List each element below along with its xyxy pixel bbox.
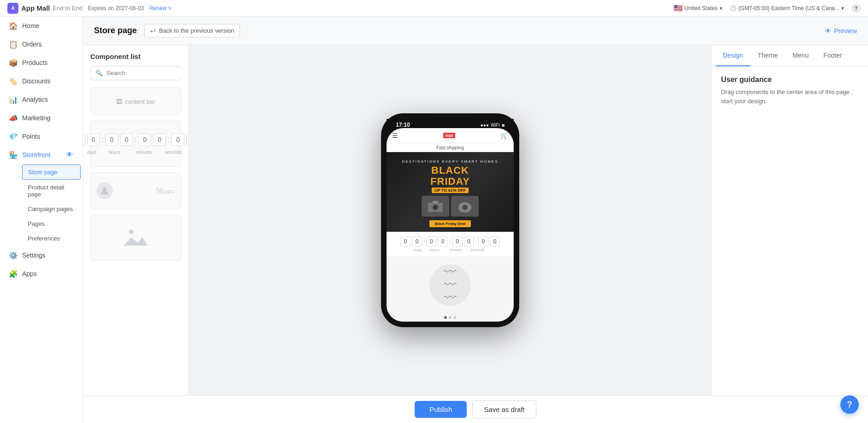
sidebar-item-home[interactable]: 🏠 Home (2, 17, 81, 35)
phone-mockup: 17:10 ●●● WiFi ■ ☰ topi 🛒 (381, 113, 519, 327)
user-guidance-text: Drag components to the center area of th… (721, 88, 859, 106)
countdown-labels: days hours minutes seconds (85, 150, 187, 155)
cd-d4: 0 (120, 133, 133, 146)
pcd-label-seconds: Seconds (468, 248, 488, 252)
cd-sep2: : (135, 136, 137, 143)
cart-icon: 🛒 (500, 132, 508, 139)
back-icon: ⮐ (150, 27, 156, 34)
right-content: User guidance Drag components to the cen… (712, 66, 868, 395)
tab-theme[interactable]: Theme (751, 45, 786, 66)
pcd-sep3: : (475, 238, 477, 245)
search-icon: 🔍 (95, 70, 103, 76)
signal-icon: ●●● (481, 123, 489, 128)
preview-area: 17:10 ●●● WiFi ■ ☰ topi 🛒 (189, 45, 711, 395)
cameras-row (422, 196, 479, 217)
timezone-selector[interactable]: 🕐 (GMT-05:00) Eastern Time (US & Cana...… (730, 5, 844, 12)
preferences-label: Preferences (28, 235, 60, 242)
bf-subtitle-top: DESTINATIONS EVERY SMART HOMES (402, 159, 498, 164)
phone-screen: ☰ topi 🛒 Fast shipping DESTINATIONS EVER… (387, 128, 514, 322)
sidebar-item-storefront[interactable]: 🏪 Storefront 👁 (2, 146, 81, 164)
sidebar-sub-store-page[interactable]: Store page (22, 164, 81, 180)
phone-countdown-section: 0 0 : 0 0 : 0 0 : 0 0 (387, 232, 514, 257)
user-guidance-title: User guidance (721, 76, 859, 84)
sidebar-sub-product-detail[interactable]: Product detail page (22, 180, 81, 201)
sidebar-item-apps[interactable]: 🧩 Apps (2, 265, 81, 282)
sidebar-item-orders[interactable]: 📋 Orders (2, 35, 81, 53)
camera1-icon (422, 196, 449, 217)
preview-button[interactable]: 👁 Preview (825, 27, 857, 35)
wavy-icon: 〰〰〰 (444, 266, 457, 305)
apps-icon: 🧩 (9, 270, 18, 278)
sidebar-sub-preferences[interactable]: Preferences (22, 231, 81, 246)
sidebar-label-orders: Orders (22, 41, 42, 48)
pcd-d4: 0 (438, 236, 448, 247)
banner-placeholder (122, 223, 150, 253)
content-area: Component list 🔍 🖼 content bar 0 0 : (83, 45, 868, 395)
pcd-label-minutes: Minutes (446, 248, 466, 252)
countdown-digits-row: 0 0 : 0 0 : 0 0 : 0 0 (83, 133, 189, 146)
country-selector[interactable]: 🇺🇸 United States ▾ (674, 4, 722, 12)
sidebar-item-points[interactable]: 💎 Points (2, 128, 81, 145)
tab-menu[interactable]: Menu (785, 45, 816, 66)
hamburger-icon: ☰ (392, 132, 398, 139)
sidebar-item-analytics[interactable]: 📊 Analytics (2, 91, 81, 108)
search-box[interactable]: 🔍 (90, 66, 181, 80)
tab-design[interactable]: Design (716, 45, 751, 66)
phone-wavy-section: 〰〰〰 (387, 257, 514, 313)
battery-icon: ■ (502, 123, 504, 128)
tab-footer[interactable]: Footer (816, 45, 849, 66)
pcd-d2: 0 (412, 236, 422, 247)
pcd-d6: 0 (464, 236, 474, 247)
sidebar-item-products[interactable]: 📦 Products (2, 54, 81, 71)
camera2-icon (451, 196, 479, 217)
storefront-eye-icon[interactable]: 👁 (66, 151, 73, 159)
products-icon: 📦 (9, 59, 18, 67)
dot-3 (453, 316, 456, 319)
cd-d3: 0 (106, 133, 118, 146)
sidebar-label-storefront: Storefront (22, 151, 50, 159)
save-draft-button[interactable]: Save as draft (472, 400, 536, 418)
discount-avatar-icon (96, 182, 113, 199)
help-icon[interactable]: ? (851, 4, 861, 13)
page-header-left: Store page ⮐ Back to the previous versio… (94, 24, 240, 37)
logo-icon: A (7, 3, 18, 14)
renew-link[interactable]: Renew > (149, 5, 171, 12)
pcd-d5: 0 (452, 236, 463, 247)
component-countdown[interactable]: 0 0 : 0 0 : 0 0 : 0 0 days hours (90, 121, 181, 167)
sidebar-sub-campaign-pages[interactable]: Campaign pages (22, 202, 81, 216)
component-content-bar[interactable]: 🖼 content bar (90, 88, 181, 115)
component-banner[interactable] (90, 215, 181, 261)
sidebar-item-discounts[interactable]: 🏷️ Discounts (2, 72, 81, 90)
dot-2 (449, 316, 452, 319)
pcd-label-days: Days (413, 248, 423, 252)
back-button[interactable]: ⮐ Back to the previous version (144, 24, 240, 37)
phone-dots (387, 313, 514, 322)
sidebar-item-settings[interactable]: ⚙️ Settings (2, 247, 81, 264)
image-icon: 🖼 (116, 98, 122, 105)
search-input[interactable] (106, 70, 184, 76)
discounts-icon: 🏷️ (9, 77, 18, 85)
country-chevron-icon: ▾ (720, 5, 722, 12)
app-logo: A App Mall End to End (7, 3, 82, 14)
topbar: A App Mall End to End Expires on 2027-06… (0, 0, 868, 17)
component-discount[interactable]: % OFF (90, 172, 181, 209)
sidebar-label-home: Home (22, 22, 39, 29)
sidebar-label-points: Points (22, 133, 40, 140)
sidebar-item-marketing[interactable]: 📣 Marketing (2, 109, 81, 127)
bf-discount-badge: UP TO 41% OFF (432, 188, 469, 193)
app-name: App Mall (21, 4, 50, 12)
bottom-bar: Publish Save as draft (83, 395, 868, 423)
sidebar-label-apps: Apps (22, 270, 37, 277)
discount-percent: % (156, 186, 164, 196)
app-subtitle: End to End (53, 5, 82, 12)
discount-badge-area: % OFF (156, 186, 175, 196)
help-fab-button[interactable]: ? (840, 395, 859, 414)
sidebar-sub-pages[interactable]: Pages (22, 217, 81, 231)
discount-off-label: OFF (165, 189, 175, 195)
page-header: Store page ⮐ Back to the previous versio… (83, 17, 868, 45)
phone-cd-labels: Days Hours Minutes Seconds (392, 248, 508, 252)
publish-button[interactable]: Publish (415, 401, 467, 418)
sidebar-label-products: Products (22, 59, 47, 66)
pcd-sep2: : (449, 238, 451, 245)
right-panel: Design Theme Menu Footer User guidance D… (711, 45, 868, 395)
